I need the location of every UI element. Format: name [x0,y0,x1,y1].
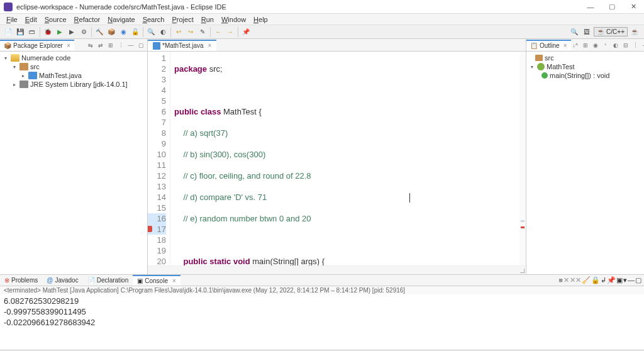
menu-project[interactable]: Project [169,16,197,23]
perspective-cpp[interactable]: ☕ C/C++ [594,27,628,36]
pin-console-icon[interactable]: 📌 [607,276,616,284]
menu-edit[interactable]: Edit [21,16,41,23]
open-persp-icon[interactable]: 🖼 [581,26,592,38]
open-console-icon[interactable]: ▾ [623,276,627,284]
toggle-icon[interactable]: ◐ [157,26,169,38]
class-icon [537,63,545,70]
close-view-icon[interactable]: × [564,42,567,49]
display-console-icon[interactable]: ▣ [616,276,623,284]
tab-console[interactable]: ▣Console× [133,275,180,286]
method-icon [541,72,548,79]
remove-all-icon[interactable]: ✕✕ [570,276,581,284]
view-menu-icon[interactable]: ⋮ [116,41,125,50]
twisty-icon[interactable]: ▾ [529,64,535,70]
tree-file[interactable]: ▸ MathTest.java [0,71,147,80]
new-icon[interactable]: 📄 [3,26,14,38]
close-tab-icon[interactable]: × [172,277,176,284]
menu-navigate[interactable]: Navigate [104,16,138,23]
outline-pkg-label: src [545,54,554,62]
minimize-view-icon[interactable]: — [126,41,135,50]
pin-icon[interactable]: 📌 [240,26,252,38]
new-class-icon[interactable]: ◉ [118,26,129,38]
debug-icon[interactable]: 🐞 [42,26,53,38]
tab-javadoc[interactable]: @Javadoc [42,276,82,285]
remove-launch-icon[interactable]: ✕ [564,276,569,284]
overview-ruler[interactable] [519,52,526,265]
src-label: src [30,63,40,70]
last-edit-icon[interactable]: ✎ [197,26,208,38]
menu-run[interactable]: Run [197,16,218,23]
outline-tab-label[interactable]: 📋 Outline × [526,40,571,50]
build-icon[interactable]: 🔨 [94,26,105,38]
hide-local-icon[interactable]: ⊟ [621,41,630,50]
menu-window[interactable]: Window [218,16,250,23]
line-gutter[interactable]: 1234 5678 9101112 13141516 17181920 [148,52,170,265]
minimize-view-icon[interactable]: — [641,41,644,50]
outline-package[interactable]: src [526,53,644,62]
twisty-icon[interactable]: ▾ [3,55,9,61]
tree-jre[interactable]: ▸ JRE System Library [jdk-14.0.1] [0,80,147,89]
close-view-icon[interactable]: × [67,42,70,49]
terminate-icon[interactable]: ■ [558,276,563,284]
quick-access-icon[interactable]: 🔍 [569,26,580,38]
console-icon: ▣ [137,277,143,284]
twisty-icon[interactable]: ▸ [11,81,18,87]
annotation-next-icon[interactable]: ↪ [185,26,196,38]
collapse-icon[interactable]: ⇆ [86,41,95,50]
open-type-icon[interactable]: 🔓 [130,26,141,38]
code-editor[interactable]: 1234 5678 9101112 13141516 17181920 pack… [148,52,526,265]
maximize-view-icon[interactable]: ▢ [136,41,145,50]
filter-icon[interactable]: ⊞ [581,41,590,50]
sort-icon[interactable]: ↓ᴬ [571,41,580,50]
close-button[interactable]: ✕ [623,0,644,14]
hide-static-icon[interactable]: ˢ [601,41,610,50]
menu-help[interactable]: Help [250,16,272,23]
scroll-lock-icon[interactable]: 🔒 [591,276,600,284]
outline-class[interactable]: ▾ MathTest [526,62,644,71]
hide-non-public-icon[interactable]: ◐ [611,41,620,50]
annotation-prev-icon[interactable]: ↩ [173,26,184,38]
package-explorer-tab-label[interactable]: 📦 Package Explorer × [0,40,74,50]
tab-declaration[interactable]: 📄Declaration [83,276,133,285]
coverage-icon[interactable]: ▶ [66,26,77,38]
maximize-view-icon[interactable]: ▢ [635,276,641,284]
horizontal-scrollbar[interactable] [148,265,526,274]
source-area[interactable]: package src; public class MathTest { // … [170,52,526,265]
outline-method[interactable]: main(String[]) : void [526,71,644,80]
hide-fields-icon[interactable]: ◉ [591,41,600,50]
editor-tab-mathtest[interactable]: *MathTest.java × [148,40,216,51]
ext-tools-icon[interactable]: ⚙ [78,26,89,38]
tree-project[interactable]: ▾ Numerade code [0,53,147,62]
outline-tree: src ▾ MathTest main(String[]) : void [526,52,644,82]
link-editor-icon[interactable]: ⇄ [96,41,105,50]
minimize-button[interactable]: — [580,0,601,14]
view-menu-icon[interactable]: ⋮ [631,41,640,50]
menu-file[interactable]: File [3,16,21,23]
clear-console-icon[interactable]: 🧹 [582,276,591,284]
bottom-tabs: ⊗Problems @Javadoc 📄Declaration ▣Console… [0,275,644,286]
package-icon [535,55,543,61]
save-icon[interactable]: 💾 [14,26,26,38]
forward-icon[interactable]: → [225,26,236,38]
save-all-icon[interactable]: 🗃 [26,26,38,38]
console-output[interactable]: 6.082762530298219 -0.9997558399011495 -0… [0,294,644,350]
new-package-icon[interactable]: 📦 [106,26,117,38]
menu-source[interactable]: Source [41,16,70,23]
focus-icon[interactable]: ⊞ [106,41,115,50]
menu-search[interactable]: Search [139,16,169,23]
maximize-button[interactable]: ▢ [601,0,623,14]
minimize-view-icon[interactable]: — [628,276,635,284]
close-tab-icon[interactable]: × [208,42,212,49]
twisty-icon[interactable]: ▾ [11,64,18,70]
back-icon[interactable]: ← [213,26,224,38]
menu-refactor[interactable]: Refactor [70,16,104,23]
twisty-icon[interactable]: ▸ [20,72,26,79]
jre-label: JRE System Library [jdk-14.0.1] [30,81,128,88]
search-icon[interactable]: 🔍 [145,26,157,38]
run-icon[interactable]: ▶ [54,26,65,38]
tab-problems[interactable]: ⊗Problems [0,276,42,285]
tree-src[interactable]: ▾ src [0,62,147,71]
word-wrap-icon[interactable]: ↲ [601,276,606,284]
package-explorer-tree: ▾ Numerade code ▾ src ▸ MathTest.java ▸ … [0,52,147,91]
persp-java-icon[interactable]: ☕ [629,26,640,38]
